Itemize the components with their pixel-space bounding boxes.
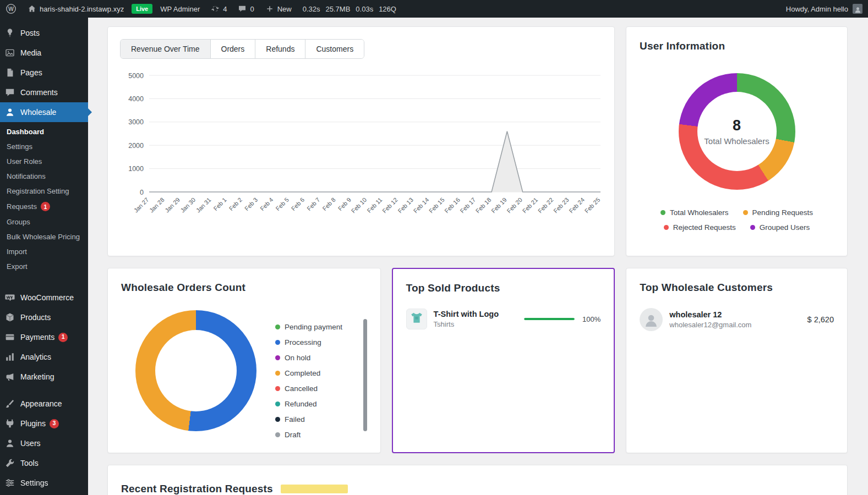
legend-label: Processing bbox=[285, 338, 321, 346]
submenu-item-dashboard[interactable]: Dashboard bbox=[0, 124, 88, 139]
svg-text:Feb 8: Feb 8 bbox=[321, 196, 336, 212]
submenu-item-groups[interactable]: Groups bbox=[0, 215, 88, 229]
sidebar-item-marketing[interactable]: Marketing bbox=[0, 367, 88, 387]
plugins-icon bbox=[4, 418, 15, 429]
updates-count: 4 bbox=[223, 5, 227, 13]
sidebar-item-comments[interactable]: Comments bbox=[0, 82, 88, 102]
updates-link[interactable]: 4 bbox=[205, 0, 232, 18]
sidebar-item-products[interactable]: Products bbox=[0, 307, 88, 327]
submenu-item-user-roles[interactable]: User Roles bbox=[0, 154, 88, 169]
performance-stats: 0.32s25.7MB0.03s126Q bbox=[297, 0, 402, 18]
submenu-item-registration-setting[interactable]: Registration Setting bbox=[0, 184, 88, 199]
legend-label: Draft bbox=[285, 431, 301, 439]
svg-text:Feb 12: Feb 12 bbox=[381, 196, 399, 215]
legend-item-total-wholesalers[interactable]: Total Wholesalers bbox=[660, 208, 729, 217]
new-content-link[interactable]: New bbox=[260, 0, 297, 18]
customer-name: wholesaler 12 bbox=[669, 310, 751, 319]
wholesale-icon bbox=[4, 107, 15, 118]
svg-text:Feb 13: Feb 13 bbox=[396, 196, 414, 215]
legend-item-cancelled[interactable]: Cancelled bbox=[275, 381, 342, 396]
product-list: T-Shirt with LogoTshirts100% bbox=[406, 309, 601, 329]
submenu-item-export[interactable]: Export bbox=[0, 259, 88, 274]
orders-legend: Pending paymentProcessingOn holdComplete… bbox=[275, 310, 342, 442]
svg-text:Jan 27: Jan 27 bbox=[133, 196, 150, 214]
legend-item-failed[interactable]: Failed bbox=[275, 411, 342, 427]
wholesale-orders-count-card: Wholesale Orders Count Pending paymentPr… bbox=[107, 268, 381, 453]
sidebar-item-label: Analytics bbox=[20, 352, 51, 362]
legend-item-pending-payment[interactable]: Pending payment bbox=[275, 319, 342, 334]
legend-item-processing[interactable]: Processing bbox=[275, 334, 342, 350]
sidebar-item-label: Settings bbox=[20, 478, 48, 488]
legend-item-on-hold[interactable]: On hold bbox=[275, 350, 342, 365]
sidebar-item-plugins[interactable]: Plugins3 bbox=[0, 414, 88, 433]
submenu-item-bulk-wholesale-pricing[interactable]: Bulk Wholesale Pricing bbox=[0, 229, 88, 244]
legend-label: On hold bbox=[285, 354, 310, 362]
submenu-item-import[interactable]: Import bbox=[0, 244, 88, 259]
legend-label: Pending Requests bbox=[752, 208, 813, 217]
site-name-link[interactable]: haris-shahid-2.instawp.xyz bbox=[22, 0, 129, 18]
sidebar-item-settings[interactable]: Settings bbox=[0, 473, 88, 493]
submenu-item-settings[interactable]: Settings bbox=[0, 139, 88, 154]
chart-tabs: Revenue Over TimeOrdersRefundsCustomers bbox=[120, 39, 364, 59]
marketing-icon bbox=[4, 371, 15, 382]
legend-label: Failed bbox=[285, 415, 305, 424]
legend-dot bbox=[275, 371, 280, 376]
sidebar-item-wholesale[interactable]: Wholesale bbox=[0, 102, 88, 122]
user-info-legend: Total WholesalersPending RequestsRejecte… bbox=[640, 208, 834, 232]
orders-count-title: Wholesale Orders Count bbox=[121, 282, 367, 294]
recent-registration-requests-card: Recent Registration Requests bbox=[107, 465, 848, 495]
svg-text:Jan 28: Jan 28 bbox=[148, 196, 166, 214]
sidebar-item-woocommerce[interactable]: WooCommerce bbox=[0, 288, 88, 307]
dashboard-row-1: Revenue Over TimeOrdersRefundsCustomers … bbox=[107, 26, 848, 256]
sidebar-item-analytics[interactable]: Analytics bbox=[0, 347, 88, 367]
sidebar-item-label: Pages bbox=[20, 68, 42, 78]
tab-revenue-over-time[interactable]: Revenue Over Time bbox=[121, 40, 210, 58]
total-wholesalers-label: Total Wholesalers bbox=[704, 136, 769, 146]
svg-text:1000: 1000 bbox=[128, 165, 144, 173]
svg-text:Feb 21: Feb 21 bbox=[521, 196, 539, 215]
appearance-icon bbox=[4, 398, 15, 409]
legend-item-completed[interactable]: Completed bbox=[275, 365, 342, 381]
admin-avatar[interactable] bbox=[853, 4, 862, 14]
tshirt-icon bbox=[410, 311, 424, 327]
sidebar-item-tools[interactable]: Tools bbox=[0, 453, 88, 473]
requests-highlight-link[interactable] bbox=[281, 485, 348, 493]
legend-scrollbar[interactable] bbox=[363, 319, 367, 431]
sidebar-item-posts[interactable]: Posts bbox=[0, 23, 88, 43]
submenu-item-requests[interactable]: Requests1 bbox=[0, 199, 88, 215]
sidebar-item-payments[interactable]: Payments1 bbox=[0, 327, 88, 347]
products-icon bbox=[4, 312, 15, 323]
tab-refunds[interactable]: Refunds bbox=[255, 40, 305, 58]
customer-row[interactable]: wholesaler 12wholesaler12@gmail.com$ 2,6… bbox=[640, 308, 834, 331]
legend-item-pending-requests[interactable]: Pending Requests bbox=[743, 208, 813, 217]
progress-fill bbox=[524, 318, 575, 320]
tab-orders[interactable]: Orders bbox=[210, 40, 255, 58]
legend-item-draft[interactable]: Draft bbox=[275, 427, 342, 442]
howdy-label[interactable]: Howdy, Admin hello bbox=[786, 5, 848, 13]
tab-customers[interactable]: Customers bbox=[305, 40, 364, 58]
submenu-item-notifications[interactable]: Notifications bbox=[0, 169, 88, 184]
sidebar-item-label: Media bbox=[20, 48, 41, 58]
perf-stat: 126Q bbox=[379, 5, 396, 13]
wordpress-logo-menu[interactable]: W bbox=[0, 0, 22, 18]
svg-text:Feb 18: Feb 18 bbox=[474, 196, 493, 215]
top-wholesale-customers-card: Top Wholesale Customers wholesaler 12who… bbox=[626, 268, 848, 453]
legend-dot bbox=[275, 402, 280, 406]
sidebar-item-appearance[interactable]: Appearance bbox=[0, 394, 88, 414]
wp-adminer-link[interactable]: WP Adminer bbox=[155, 0, 205, 18]
comments-link[interactable]: 0 bbox=[232, 0, 259, 18]
sidebar-item-media[interactable]: Media bbox=[0, 43, 88, 63]
legend-dot bbox=[275, 355, 280, 360]
legend-label: Total Wholesalers bbox=[670, 208, 729, 217]
requests-header: Recent Registration Requests bbox=[108, 465, 847, 495]
orders-chart-area: Pending paymentProcessingOn holdComplete… bbox=[121, 310, 367, 442]
legend-item-rejected-requests[interactable]: Rejected Requests bbox=[664, 223, 736, 232]
svg-text:Feb 11: Feb 11 bbox=[365, 196, 383, 214]
sidebar-item-users[interactable]: Users bbox=[0, 433, 88, 453]
legend-item-refunded[interactable]: Refunded bbox=[275, 396, 342, 411]
sidebar-item-pages[interactable]: Pages bbox=[0, 63, 88, 82]
legend-item-grouped-users[interactable]: Grouped Users bbox=[750, 223, 810, 232]
count-badge: 1 bbox=[41, 202, 50, 211]
product-row[interactable]: T-Shirt with LogoTshirts100% bbox=[406, 309, 601, 329]
collapse-menu-button[interactable]: Collapse Menu bbox=[0, 493, 88, 495]
